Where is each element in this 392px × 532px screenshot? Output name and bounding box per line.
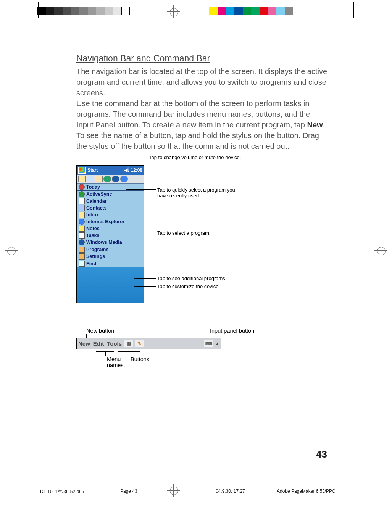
footer-page: Page 43 (120, 488, 177, 495)
footer-filename: DT-10_1章/36-52.p65 (40, 488, 120, 495)
pocketpc-screenshot: Start ◀ἰ 12:08 Today (76, 165, 144, 303)
windows-flag-icon (78, 167, 86, 174)
annotation-select: Tap to select a program. (144, 230, 210, 236)
figure-start-menu: Tap to change volume or mute the device.… (76, 155, 328, 322)
crop-mark (353, 2, 354, 16)
registration-mark (374, 244, 387, 257)
toolbar-button-icon: ✎ (135, 340, 144, 347)
recent-icon (78, 176, 86, 182)
recent-icon (87, 176, 94, 182)
annotation-volume: Tap to change volume or mute the device. (149, 155, 241, 160)
start-menu-list: Today ActiveSync Calendar Contacts Inbox… (77, 184, 144, 267)
calibration-bar-gray (37, 7, 130, 15)
print-footer: DT-10_1章/36-52.p65 Page 43 04.9.30, 17:2… (40, 488, 353, 495)
toolbar-button-icon: ▦ (124, 340, 133, 347)
page: Navigation Bar and Command Bar The navig… (0, 0, 392, 532)
command-bar-buttons: ▦ ✎ (124, 340, 144, 347)
menu-item-settings: Settings (77, 253, 144, 260)
menu-item-contacts: Contacts (77, 205, 144, 211)
section-heading: Navigation Bar and Command Bar (76, 53, 328, 64)
page-number: 43 (316, 448, 327, 460)
paragraph: The navigation bar is located at the top… (76, 66, 328, 98)
menu-item-activesync: ActiveSync (77, 191, 144, 198)
menu-tools: Tools (107, 340, 122, 347)
volume-icon: ◀ἰ (124, 168, 129, 173)
annotation-tick (129, 351, 129, 356)
command-bar-menus: New Edit Tools (78, 340, 122, 347)
menu-item-inbox: Inbox (77, 211, 144, 218)
annotation-buttons: Buttons. (131, 356, 151, 362)
annotation-tick (86, 334, 87, 338)
paragraph: Use the command bar at the bottom of the… (76, 98, 328, 152)
annotation-programs: Tap to see additional programs. (144, 276, 226, 281)
menu-item-programs: Programs (77, 246, 144, 253)
crop-mark (353, 2, 369, 18)
recent-icon (120, 176, 128, 182)
recent-icon (112, 176, 119, 182)
calibration-bar-color (209, 7, 293, 15)
menu-item-wmp: Windows Media (77, 239, 144, 246)
crop-mark (23, 20, 34, 20)
annotation-menu-names: Menu names. (107, 356, 130, 368)
annotation-new-button: New button. (86, 328, 116, 334)
menu-item-notes: Notes (77, 225, 144, 232)
registration-mark (5, 244, 18, 257)
menu-item-find: Find (77, 260, 144, 267)
annotation-tick (210, 334, 210, 338)
navigation-bar: Start ◀ἰ 12:08 (77, 166, 144, 175)
recent-icon (95, 176, 103, 182)
menu-item-ie: Internet Explorer (77, 218, 144, 225)
menu-item-calendar: Calendar (77, 198, 144, 205)
annotation-underline (96, 351, 114, 352)
input-panel-arrow-icon: ▲ (215, 341, 219, 346)
bold-word: New (307, 121, 323, 129)
paragraph-text: Use the command bar at the bottom of the… (76, 99, 310, 129)
command-bar: New Edit Tools ▦ ✎ ⌨ ▲ (76, 338, 221, 349)
menu-edit: Edit (93, 340, 104, 347)
crop-mark (358, 20, 369, 20)
crop-mark (23, 2, 39, 18)
annotation-tick (105, 351, 106, 356)
annotation-recent: Tap to quickly select a program you have… (144, 187, 244, 198)
footer-date: 04.9.30, 17:27 (216, 488, 277, 495)
input-panel-icon: ⌨ (204, 340, 213, 347)
content-area: Navigation Bar and Command Bar The navig… (76, 53, 328, 374)
clock-time: 12:08 (131, 168, 142, 173)
footer-app: Adobe PageMaker 6.5J/PPC (277, 488, 353, 495)
registration-mark (167, 5, 180, 18)
annotation-input-panel: Input panel button. (210, 328, 256, 334)
recent-icon (103, 176, 111, 182)
annotation-settings: Tap to customize the device. (144, 284, 220, 289)
recent-programs-row (77, 175, 144, 184)
start-label: Start (87, 168, 98, 173)
figure-command-bar: New button. Input panel button. New Edit… (76, 328, 328, 374)
menu-new: New (78, 340, 90, 347)
